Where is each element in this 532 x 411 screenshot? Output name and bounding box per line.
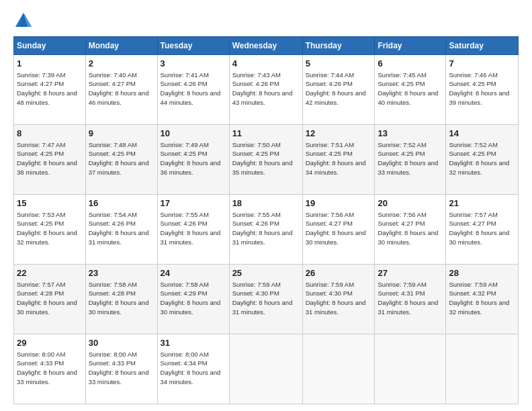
page: SundayMondayTuesdayWednesdayThursdayFrid… <box>0 0 532 411</box>
day-number: 20 <box>378 197 443 210</box>
calendar-cell: 14Sunrise: 7:52 AMSunset: 4:25 PMDayligh… <box>446 125 519 195</box>
day-info: Sunrise: 7:51 AMSunset: 4:25 PMDaylight:… <box>306 141 366 176</box>
week-row-3: 15Sunrise: 7:53 AMSunset: 4:25 PMDayligh… <box>14 195 519 265</box>
calendar-cell <box>375 334 446 404</box>
calendar-cell: 25Sunrise: 7:59 AMSunset: 4:30 PMDayligh… <box>229 265 302 334</box>
day-info: Sunrise: 7:49 AMSunset: 4:25 PMDaylight:… <box>161 141 221 176</box>
day-info: Sunrise: 7:55 AMSunset: 4:26 PMDaylight:… <box>161 211 221 246</box>
day-number: 28 <box>449 267 515 279</box>
day-info: Sunrise: 7:54 AMSunset: 4:26 PMDaylight:… <box>89 211 149 246</box>
day-number: 25 <box>232 267 300 279</box>
calendar-body: 1Sunrise: 7:39 AMSunset: 4:27 PMDaylight… <box>14 55 519 404</box>
day-info: Sunrise: 7:57 AMSunset: 4:28 PMDaylight:… <box>17 281 77 316</box>
logo-icon <box>13 11 34 31</box>
calendar-cell: 16Sunrise: 7:54 AMSunset: 4:26 PMDayligh… <box>85 195 157 265</box>
day-number: 11 <box>232 128 300 140</box>
day-info: Sunrise: 7:58 AMSunset: 4:29 PMDaylight:… <box>161 281 221 316</box>
day-info: Sunrise: 7:56 AMSunset: 4:27 PMDaylight:… <box>378 211 438 246</box>
day-header-saturday: Saturday <box>446 37 519 55</box>
day-info: Sunrise: 7:46 AMSunset: 4:25 PMDaylight:… <box>449 71 509 106</box>
day-info: Sunrise: 7:59 AMSunset: 4:32 PMDaylight:… <box>449 281 509 316</box>
calendar-cell <box>302 334 375 404</box>
day-number: 5 <box>306 58 372 70</box>
week-row-1: 1Sunrise: 7:39 AMSunset: 4:27 PMDaylight… <box>14 55 519 125</box>
day-info: Sunrise: 7:59 AMSunset: 4:30 PMDaylight:… <box>232 281 293 316</box>
day-number: 13 <box>378 128 443 140</box>
calendar-cell <box>446 334 519 404</box>
day-number: 2 <box>89 58 154 70</box>
day-number: 12 <box>306 128 372 140</box>
calendar-cell: 11Sunrise: 7:50 AMSunset: 4:25 PMDayligh… <box>229 125 302 195</box>
calendar-table: SundayMondayTuesdayWednesdayThursdayFrid… <box>13 36 519 404</box>
day-info: Sunrise: 7:58 AMSunset: 4:28 PMDaylight:… <box>89 281 149 316</box>
day-number: 18 <box>232 197 300 210</box>
day-number: 8 <box>17 128 83 140</box>
calendar-cell: 23Sunrise: 7:58 AMSunset: 4:28 PMDayligh… <box>85 265 157 334</box>
logo <box>13 11 36 31</box>
calendar-cell: 10Sunrise: 7:49 AMSunset: 4:25 PMDayligh… <box>157 125 229 195</box>
day-number: 22 <box>17 267 83 279</box>
day-info: Sunrise: 8:00 AMSunset: 4:34 PMDaylight:… <box>161 351 221 385</box>
days-header-row: SundayMondayTuesdayWednesdayThursdayFrid… <box>14 37 519 55</box>
day-number: 19 <box>306 197 372 210</box>
calendar-cell: 13Sunrise: 7:52 AMSunset: 4:25 PMDayligh… <box>375 125 446 195</box>
day-info: Sunrise: 7:57 AMSunset: 4:27 PMDaylight:… <box>449 211 509 246</box>
calendar-cell: 6Sunrise: 7:45 AMSunset: 4:25 PMDaylight… <box>375 55 446 125</box>
day-number: 15 <box>17 197 83 210</box>
calendar-cell: 9Sunrise: 7:48 AMSunset: 4:25 PMDaylight… <box>85 125 157 195</box>
calendar-cell: 30Sunrise: 8:00 AMSunset: 4:33 PMDayligh… <box>85 334 157 404</box>
calendar-cell: 4Sunrise: 7:43 AMSunset: 4:26 PMDaylight… <box>229 55 302 125</box>
week-row-4: 22Sunrise: 7:57 AMSunset: 4:28 PMDayligh… <box>14 265 519 334</box>
day-header-sunday: Sunday <box>14 37 86 55</box>
day-info: Sunrise: 7:53 AMSunset: 4:25 PMDaylight:… <box>17 211 77 246</box>
day-info: Sunrise: 7:50 AMSunset: 4:25 PMDaylight:… <box>232 141 293 176</box>
day-info: Sunrise: 7:41 AMSunset: 4:26 PMDaylight:… <box>161 71 221 106</box>
day-number: 26 <box>306 267 372 279</box>
day-number: 1 <box>17 58 83 70</box>
calendar-cell: 18Sunrise: 7:55 AMSunset: 4:26 PMDayligh… <box>229 195 302 265</box>
day-number: 17 <box>161 197 226 210</box>
calendar-cell <box>229 334 302 404</box>
calendar-cell: 1Sunrise: 7:39 AMSunset: 4:27 PMDaylight… <box>14 55 86 125</box>
day-number: 4 <box>232 58 300 70</box>
day-info: Sunrise: 7:55 AMSunset: 4:26 PMDaylight:… <box>232 211 293 246</box>
calendar-cell: 26Sunrise: 7:59 AMSunset: 4:30 PMDayligh… <box>302 265 375 334</box>
day-header-thursday: Thursday <box>302 37 375 55</box>
calendar-cell: 12Sunrise: 7:51 AMSunset: 4:25 PMDayligh… <box>302 125 375 195</box>
day-info: Sunrise: 7:45 AMSunset: 4:25 PMDaylight:… <box>378 71 438 106</box>
calendar-cell: 7Sunrise: 7:46 AMSunset: 4:25 PMDaylight… <box>446 55 519 125</box>
day-info: Sunrise: 7:59 AMSunset: 4:30 PMDaylight:… <box>306 281 366 316</box>
day-number: 27 <box>378 267 443 279</box>
day-number: 6 <box>378 58 443 70</box>
calendar-cell: 5Sunrise: 7:44 AMSunset: 4:26 PMDaylight… <box>302 55 375 125</box>
calendar-cell: 8Sunrise: 7:47 AMSunset: 4:25 PMDaylight… <box>14 125 86 195</box>
day-info: Sunrise: 7:52 AMSunset: 4:25 PMDaylight:… <box>378 141 438 176</box>
day-number: 21 <box>449 197 515 210</box>
day-info: Sunrise: 8:00 AMSunset: 4:33 PMDaylight:… <box>17 351 77 385</box>
day-header-wednesday: Wednesday <box>229 37 302 55</box>
calendar-cell: 28Sunrise: 7:59 AMSunset: 4:32 PMDayligh… <box>446 265 519 334</box>
calendar-cell: 22Sunrise: 7:57 AMSunset: 4:28 PMDayligh… <box>14 265 86 334</box>
calendar-cell: 19Sunrise: 7:56 AMSunset: 4:27 PMDayligh… <box>302 195 375 265</box>
calendar-cell: 3Sunrise: 7:41 AMSunset: 4:26 PMDaylight… <box>157 55 229 125</box>
calendar-cell: 27Sunrise: 7:59 AMSunset: 4:31 PMDayligh… <box>375 265 446 334</box>
day-info: Sunrise: 7:43 AMSunset: 4:26 PMDaylight:… <box>232 71 293 106</box>
day-number: 31 <box>161 337 226 349</box>
day-info: Sunrise: 7:48 AMSunset: 4:25 PMDaylight:… <box>89 141 149 176</box>
calendar-cell: 24Sunrise: 7:58 AMSunset: 4:29 PMDayligh… <box>157 265 229 334</box>
week-row-5: 29Sunrise: 8:00 AMSunset: 4:33 PMDayligh… <box>14 334 519 404</box>
day-info: Sunrise: 7:56 AMSunset: 4:27 PMDaylight:… <box>306 211 366 246</box>
day-info: Sunrise: 7:52 AMSunset: 4:25 PMDaylight:… <box>449 141 509 176</box>
calendar-cell: 29Sunrise: 8:00 AMSunset: 4:33 PMDayligh… <box>14 334 86 404</box>
day-number: 3 <box>161 58 226 70</box>
day-number: 23 <box>89 267 154 279</box>
day-header-tuesday: Tuesday <box>157 37 229 55</box>
header <box>13 11 519 31</box>
day-number: 9 <box>89 128 154 140</box>
day-number: 14 <box>449 128 515 140</box>
day-number: 16 <box>89 197 154 210</box>
calendar-cell: 2Sunrise: 7:40 AMSunset: 4:27 PMDaylight… <box>85 55 157 125</box>
day-number: 7 <box>449 58 515 70</box>
day-number: 10 <box>161 128 226 140</box>
day-info: Sunrise: 7:39 AMSunset: 4:27 PMDaylight:… <box>17 71 77 106</box>
